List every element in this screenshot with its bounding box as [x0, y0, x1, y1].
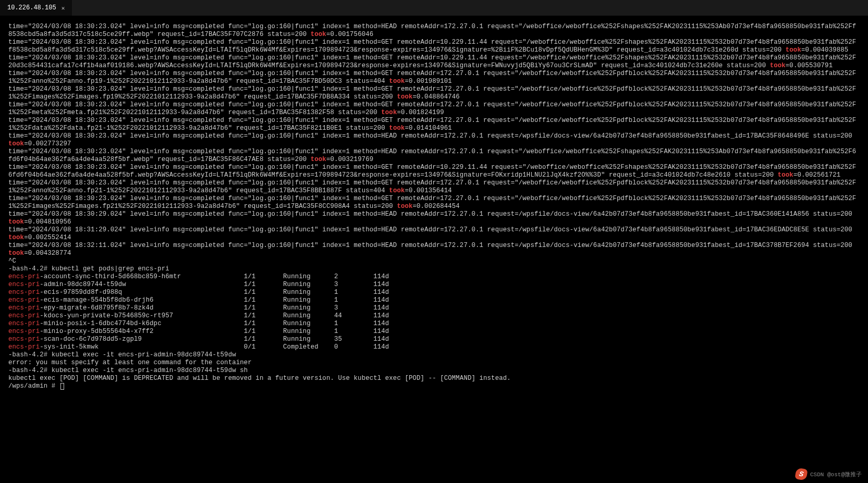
pod-prefix: encs-pri [8, 328, 40, 335]
took-label: took [8, 234, 24, 241]
pod-prefix: encs-pri [8, 312, 40, 319]
log-line: time="2024/03/08 18:30:23.024" level=inf… [8, 148, 860, 164]
pod-row: encs-pri-ecis-97859dd8f-d988q 1/1 Runnin… [8, 289, 860, 296]
log-line: time="2024/03/08 18:30:23.024" level=inf… [8, 195, 860, 210]
pod-prefix: encs-pri [8, 343, 40, 351]
log-line: time="2024/03/08 18:31:29.024" level=inf… [8, 226, 860, 242]
took-label: took [381, 109, 397, 116]
log-line: time="2024/03/08 18:30:23.024" level=inf… [8, 179, 860, 195]
took-label: took [8, 218, 24, 226]
log-line: time="2024/03/08 18:30:23.024" level=inf… [8, 117, 860, 132]
took-label: took [786, 46, 801, 54]
pod-prefix: encs-pri [8, 289, 40, 296]
log-line: time="2024/03/08 18:30:23.024" level=inf… [8, 132, 860, 148]
log-line: time="2024/03/08 18:30:23.024" level=inf… [8, 54, 860, 70]
csdn-icon: S [794, 467, 808, 480]
error-line: error: you must specify at least one com… [8, 359, 860, 367]
pod-prefix: encs-pri [8, 304, 40, 312]
log-line: time="2024/03/08 18:30:23.024" level=inf… [8, 85, 860, 101]
pod-prefix: encs-pri [8, 281, 40, 288]
pod-row: encs-pri-minio-posix-1-6dbc4774bd-k6dpc … [8, 320, 860, 328]
close-icon[interactable]: ✕ [62, 5, 65, 11]
pod-row: encs-pri-ecis-manage-554b5f8db6-drjh6 1/… [8, 296, 860, 304]
pod-prefix: encs-pri [8, 336, 40, 343]
pod-row: encs-pri-epy-migrate-6d8795f8b7-8zk4d 1/… [8, 304, 860, 312]
took-label: took [389, 78, 405, 85]
took-label: took [311, 31, 326, 38]
log-line: time="2024/03/08 18:30:23.024" level=inf… [8, 101, 860, 117]
watermark: S CSDN @ost@微推子 [796, 468, 862, 480]
took-label: took [397, 203, 412, 210]
took-label: took [8, 140, 24, 147]
log-line: time="2024/03/08 18:30:23.024" level=inf… [8, 23, 860, 39]
shell-prompt: -bash-4.2# kubectl get pods|grep encs-pr… [8, 265, 860, 273]
took-label: took [389, 125, 405, 132]
pod-row: encs-pri-admin-98dc89744-t59dw 1/1 Runni… [8, 281, 860, 289]
watermark-text: CSDN @ost@微推子 [810, 470, 862, 478]
took-label: took [389, 187, 405, 194]
shell-prompt[interactable]: /wps/admin # [8, 382, 860, 390]
pod-row: encs-pri-sys-init-5kmwk 0/1 Completed 0 … [8, 343, 860, 351]
shell-prompt: -bash-4.2# kubectl exec -it encs-pri-adm… [8, 367, 860, 375]
took-label: took [8, 250, 24, 257]
deprecation-warning: kubectl exec [POD] [COMMAND] is DEPRECAT… [8, 375, 860, 382]
log-line: time="2024/03/08 18:30:23.024" level=inf… [8, 39, 860, 54]
pod-prefix: encs-pri [8, 296, 40, 304]
titlebar: 10.226.48.105 ✕ [0, 0, 868, 16]
cursor [60, 383, 64, 390]
pod-prefix: encs-pri [8, 273, 40, 280]
pod-row: encs-pri-kdocs-yun-private-b7546859c-rt9… [8, 312, 860, 320]
took-label: took [770, 62, 786, 69]
log-line: time="2024/03/08 18:32:11.024" level=inf… [8, 242, 860, 257]
session-tab[interactable]: 10.226.48.105 ✕ [0, 0, 72, 16]
pod-row: encs-pri-minio-proxy-5db55564b4-x7ff2 1/… [8, 328, 860, 336]
terminal-output[interactable]: time="2024/03/08 18:30:23.024" level=inf… [0, 16, 868, 390]
took-label: took [397, 93, 412, 101]
took-label: took [778, 171, 793, 179]
shell-prompt: -bash-4.2# kubectl exec -it encs-pri-adm… [8, 351, 860, 359]
pod-row: encs-pri-scan-doc-6c7d978dd5-zgpl9 1/1 R… [8, 336, 860, 343]
took-label: took [311, 156, 326, 163]
log-line: time="2024/03/08 18:30:29.024" level=inf… [8, 210, 860, 226]
log-line: time="2024/03/08 18:30:23.024" level=inf… [8, 70, 860, 85]
interrupt: ^C [8, 257, 860, 265]
log-line: time="2024/03/08 18:30:23.024" level=inf… [8, 164, 860, 179]
pod-prefix: encs-pri [8, 320, 40, 327]
pod-row: encs-pri-account-sync-third-5d668bc859-h… [8, 273, 860, 281]
tab-title: 10.226.48.105 [7, 4, 56, 11]
